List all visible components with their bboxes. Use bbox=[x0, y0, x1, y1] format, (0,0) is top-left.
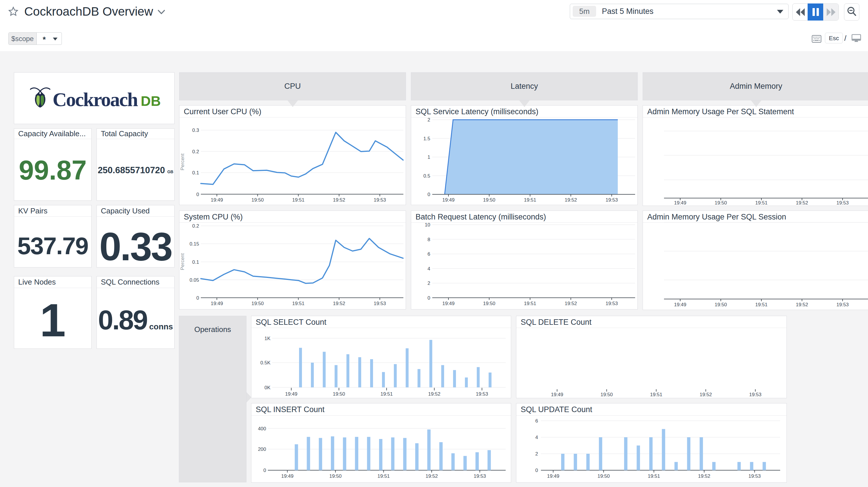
svg-text:1: 1 bbox=[428, 154, 430, 160]
svg-text:19:50: 19:50 bbox=[597, 474, 610, 479]
svg-text:19:51: 19:51 bbox=[292, 301, 305, 306]
svg-text:19:52: 19:52 bbox=[698, 474, 711, 479]
svg-text:0: 0 bbox=[196, 192, 199, 197]
svg-text:19:49: 19:49 bbox=[674, 302, 686, 308]
svg-text:0: 0 bbox=[428, 295, 430, 301]
svg-text:19:50: 19:50 bbox=[715, 200, 727, 206]
svg-text:19:53: 19:53 bbox=[476, 391, 488, 397]
svg-text:19:52: 19:52 bbox=[565, 197, 577, 203]
svg-text:19:53: 19:53 bbox=[749, 392, 762, 397]
svg-text:0.2: 0.2 bbox=[192, 223, 199, 229]
svg-text:19:51: 19:51 bbox=[650, 392, 662, 397]
svg-text:19:50: 19:50 bbox=[483, 197, 496, 203]
svg-text:19:52: 19:52 bbox=[426, 474, 438, 479]
svg-text:19:50: 19:50 bbox=[715, 302, 727, 308]
svg-text:0K: 0K bbox=[265, 385, 271, 391]
svg-text:10: 10 bbox=[425, 222, 430, 228]
svg-text:19:49: 19:49 bbox=[211, 197, 223, 203]
svg-text:6: 6 bbox=[428, 251, 430, 257]
svg-text:19:50: 19:50 bbox=[333, 391, 345, 397]
svg-text:19:52: 19:52 bbox=[565, 301, 577, 306]
svg-text:0: 0 bbox=[535, 468, 538, 473]
svg-text:19:51: 19:51 bbox=[524, 301, 536, 306]
svg-text:400: 400 bbox=[258, 426, 266, 431]
svg-text:19:52: 19:52 bbox=[428, 391, 441, 397]
svg-text:19:52: 19:52 bbox=[796, 200, 808, 206]
svg-text:19:49: 19:49 bbox=[281, 474, 293, 479]
svg-text:6: 6 bbox=[535, 418, 538, 424]
svg-text:19:51: 19:51 bbox=[755, 302, 768, 308]
svg-text:19:49: 19:49 bbox=[211, 301, 223, 306]
svg-text:19:53: 19:53 bbox=[748, 474, 761, 479]
svg-text:8: 8 bbox=[428, 237, 430, 242]
svg-text:19:49: 19:49 bbox=[547, 474, 559, 479]
svg-text:0.5: 0.5 bbox=[423, 173, 430, 179]
svg-text:19:51: 19:51 bbox=[755, 200, 768, 206]
svg-text:19:50: 19:50 bbox=[251, 301, 264, 306]
svg-text:2: 2 bbox=[428, 117, 430, 123]
svg-text:19:50: 19:50 bbox=[600, 392, 613, 397]
svg-text:19:52: 19:52 bbox=[333, 197, 345, 203]
svg-text:2: 2 bbox=[428, 281, 430, 286]
svg-text:0: 0 bbox=[264, 468, 266, 473]
svg-text:1.5: 1.5 bbox=[423, 136, 430, 141]
svg-text:4: 4 bbox=[428, 266, 430, 271]
svg-text:0.3: 0.3 bbox=[192, 127, 199, 133]
svg-text:19:53: 19:53 bbox=[837, 200, 849, 206]
svg-text:19:49: 19:49 bbox=[551, 392, 563, 397]
svg-text:2: 2 bbox=[535, 451, 538, 457]
svg-text:19:49: 19:49 bbox=[674, 200, 686, 206]
svg-text:19:53: 19:53 bbox=[374, 197, 386, 203]
svg-text:19:53: 19:53 bbox=[606, 301, 618, 306]
svg-text:0.1: 0.1 bbox=[192, 170, 199, 175]
svg-text:0.15: 0.15 bbox=[190, 241, 199, 247]
svg-text:19:53: 19:53 bbox=[473, 474, 486, 479]
svg-text:0.2: 0.2 bbox=[192, 149, 199, 154]
svg-text:4: 4 bbox=[535, 435, 538, 440]
svg-text:19:51: 19:51 bbox=[380, 391, 393, 397]
svg-text:1K: 1K bbox=[265, 336, 271, 341]
svg-text:19:53: 19:53 bbox=[606, 197, 618, 203]
svg-text:19:49: 19:49 bbox=[442, 197, 455, 203]
svg-text:19:52: 19:52 bbox=[333, 301, 345, 306]
svg-text:19:51: 19:51 bbox=[292, 197, 305, 203]
svg-text:Percent: Percent bbox=[180, 253, 185, 270]
svg-text:0.5K: 0.5K bbox=[260, 360, 271, 366]
svg-text:0: 0 bbox=[428, 192, 430, 197]
svg-text:0.1: 0.1 bbox=[192, 259, 199, 265]
svg-text:19:50: 19:50 bbox=[251, 197, 264, 203]
svg-text:19:51: 19:51 bbox=[524, 197, 536, 203]
svg-text:Percent: Percent bbox=[180, 153, 185, 170]
svg-text:200: 200 bbox=[258, 447, 266, 452]
svg-text:19:49: 19:49 bbox=[442, 301, 455, 306]
svg-text:19:50: 19:50 bbox=[330, 474, 342, 479]
svg-text:19:51: 19:51 bbox=[377, 474, 390, 479]
svg-text:19:51: 19:51 bbox=[648, 474, 660, 479]
svg-text:19:53: 19:53 bbox=[374, 301, 386, 306]
svg-text:19:52: 19:52 bbox=[796, 302, 808, 308]
svg-text:19:53: 19:53 bbox=[837, 302, 849, 308]
svg-text:19:50: 19:50 bbox=[483, 301, 496, 306]
svg-text:19:52: 19:52 bbox=[700, 392, 712, 397]
svg-text:0: 0 bbox=[196, 295, 199, 301]
svg-text:0.05: 0.05 bbox=[190, 277, 199, 283]
svg-text:19:49: 19:49 bbox=[285, 391, 298, 397]
